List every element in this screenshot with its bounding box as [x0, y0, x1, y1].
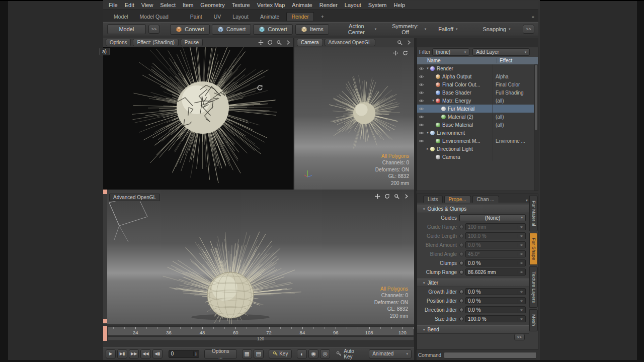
eye-icon[interactable] — [419, 90, 424, 96]
visibility-cell[interactable] — [417, 114, 425, 120]
rotate-icon[interactable] — [267, 40, 273, 45]
mini-slider-arrows-icon[interactable]: ◃▹ — [518, 252, 523, 256]
layout-tab-uv[interactable]: UV — [209, 13, 226, 21]
frame-spinner-icon[interactable]: ▴▾ — [193, 351, 197, 356]
visibility-cell[interactable] — [417, 74, 425, 79]
go-to-start-button[interactable]: ◀▮ — [152, 349, 163, 358]
channel-dot-icon[interactable] — [459, 261, 464, 265]
zoom-icon[interactable] — [397, 40, 403, 45]
camera-viewport-canvas[interactable]: All PolygonsChannels: 0Deformers: ONGL: … — [294, 47, 414, 190]
mini-slider-arrows-icon[interactable]: ◃▹ — [518, 270, 523, 274]
move-icon[interactable] — [258, 40, 264, 45]
render-viewport-canvas[interactable] — [103, 47, 293, 190]
play-button[interactable]: ▶ — [106, 349, 116, 358]
visibility-cell[interactable] — [417, 90, 425, 96]
visibility-cell[interactable] — [417, 106, 425, 112]
side-tab-texture-layers[interactable]: Texture Layers — [529, 266, 538, 308]
chev-icon[interactable] — [406, 40, 412, 45]
properties-tab-prope[interactable]: Prope... — [444, 196, 471, 203]
menu-help[interactable]: Help — [390, 1, 409, 9]
sphere-mode-1-button[interactable]: ◐ — [297, 349, 307, 358]
clump-range-input[interactable]: 86.6026 mm◃▹ — [465, 268, 526, 276]
play-to-end-button[interactable]: ▶▶ — [129, 349, 139, 358]
menu-geometry[interactable]: Geometry — [197, 1, 228, 9]
menu-vertex-map[interactable]: Vertex Map — [254, 1, 289, 9]
mini-slider-arrows-icon[interactable]: ◃▹ — [518, 308, 523, 312]
layout-tab-render[interactable]: Render — [286, 12, 313, 21]
side-tab-fur-material[interactable]: Fur Material — [529, 196, 538, 231]
guides-dropdown[interactable]: (None)▾ — [459, 214, 526, 221]
shader-row-base-material[interactable]: Base Material(all) — [417, 121, 534, 129]
mini-slider-arrows-icon[interactable]: ◃▹ — [518, 225, 523, 229]
auto-key-toggle[interactable]: Auto Key — [336, 348, 364, 359]
channel-dot-icon[interactable] — [459, 290, 464, 294]
visibility-cell[interactable] — [417, 138, 425, 144]
menu-edit[interactable]: Edit — [121, 1, 138, 9]
command-input[interactable] — [444, 352, 537, 358]
toolbar-more-button[interactable]: >> — [523, 25, 534, 34]
properties-tab-lists[interactable]: Lists — [423, 196, 443, 203]
visibility-cell[interactable] — [417, 82, 425, 87]
section-header-guides-clumps[interactable]: ▾Guides & Clumps — [417, 205, 529, 213]
effect-shading-button[interactable]: Effect: (Shading) — [133, 39, 178, 46]
eye-icon[interactable] — [419, 98, 424, 104]
channel-dot-icon[interactable] — [459, 252, 464, 256]
pause-button[interactable]: Pause — [181, 39, 203, 46]
viewport-tab-advanced-opengl[interactable]: Advanced OpenGL — [325, 39, 375, 46]
menu-render[interactable]: Render — [316, 1, 341, 9]
mini-slider-arrows-icon[interactable]: ◃▹ — [518, 290, 523, 294]
mini-slider-arrows-icon[interactable]: ◃▹ — [518, 317, 523, 321]
direction-jitter-input[interactable]: 0.0 %◃▹ — [465, 306, 526, 313]
expand-arrow-icon[interactable]: ▾ — [425, 131, 430, 135]
expand-arrow-icon[interactable]: ▾ — [425, 66, 430, 70]
clumps-input[interactable]: 0.0 %◃▹ — [465, 259, 526, 266]
channel-dot-icon[interactable] — [459, 234, 464, 238]
scrollbar-thumb[interactable] — [535, 65, 537, 130]
shader-row-alpha-output[interactable]: Alpha OutputAlpha — [417, 72, 534, 80]
action-center-dropdown[interactable]: Action Center▾ — [338, 22, 380, 37]
mini-slider-arrows-icon[interactable]: ◃▹ — [518, 243, 523, 247]
layout-tab-paint[interactable]: Paint — [186, 13, 207, 21]
move-icon[interactable] — [375, 194, 380, 199]
zoom-icon[interactable] — [394, 194, 399, 199]
mini-slider-arrows-icon[interactable]: ◃▹ — [518, 261, 523, 265]
blend-amount-input[interactable]: 0.0 %◃▹ — [465, 241, 526, 248]
model-more-button[interactable]: >> — [148, 25, 160, 34]
perspective-viewport-canvas[interactable]: All PolygonsChannels: 0Deformers: ONGL: … — [107, 190, 414, 324]
viewport-type-label[interactable]: Advanced OpenGL — [109, 194, 160, 201]
size-jitter-input[interactable]: 100.0 %◃▹ — [465, 315, 526, 322]
mini-slider-arrows-icon[interactable]: ◃▹ — [518, 234, 523, 238]
shader-row-matr-energy[interactable]: ▾Matr: Energy(all) — [417, 97, 534, 105]
rotate-icon[interactable] — [403, 50, 408, 56]
eye-icon[interactable] — [419, 122, 424, 128]
shader-row-camera[interactable]: Camera — [417, 153, 534, 161]
visibility-cell[interactable] — [417, 130, 425, 136]
filter-dropdown[interactable]: (none) ▾ — [432, 48, 469, 56]
eye-icon[interactable] — [419, 66, 424, 71]
channel-dot-icon[interactable] — [459, 225, 464, 229]
rotate-icon[interactable] — [384, 194, 390, 199]
menu-animate[interactable]: Animate — [288, 1, 315, 9]
menu-system[interactable]: System — [365, 1, 390, 9]
channel-dot-icon[interactable] — [459, 270, 464, 275]
shader-row-directional-light[interactable]: ▸Directional Light — [417, 145, 534, 153]
timeline-options-button[interactable]: Options ... — [204, 349, 237, 358]
mini-slider-arrows-icon[interactable]: ◃▹ — [518, 299, 523, 303]
shader-row-environment[interactable]: ▾Environment — [417, 129, 534, 137]
eye-icon[interactable] — [419, 138, 424, 144]
options-button[interactable]: Options — [106, 39, 131, 46]
step-back-button[interactable]: ◀◀ — [140, 349, 150, 358]
layout-tab-model[interactable]: Model — [109, 13, 133, 21]
layout-tab-model-quad[interactable]: Model Quad — [135, 13, 173, 21]
convert-button-1[interactable]: Convert — [170, 24, 210, 35]
visibility-cell[interactable] — [417, 122, 425, 128]
eye-icon[interactable] — [419, 114, 424, 120]
items-button[interactable]: Items — [295, 24, 329, 35]
move-icon[interactable] — [393, 50, 398, 56]
current-frame-field[interactable]: 0 ▴▾ — [169, 350, 199, 358]
shader-row-fur-material[interactable]: Fur Material — [417, 105, 534, 113]
eye-icon[interactable] — [419, 106, 424, 112]
layout-tab-layout[interactable]: Layout — [228, 13, 253, 21]
eye-icon[interactable] — [419, 130, 424, 136]
properties-more-button[interactable]: >> — [514, 334, 525, 340]
